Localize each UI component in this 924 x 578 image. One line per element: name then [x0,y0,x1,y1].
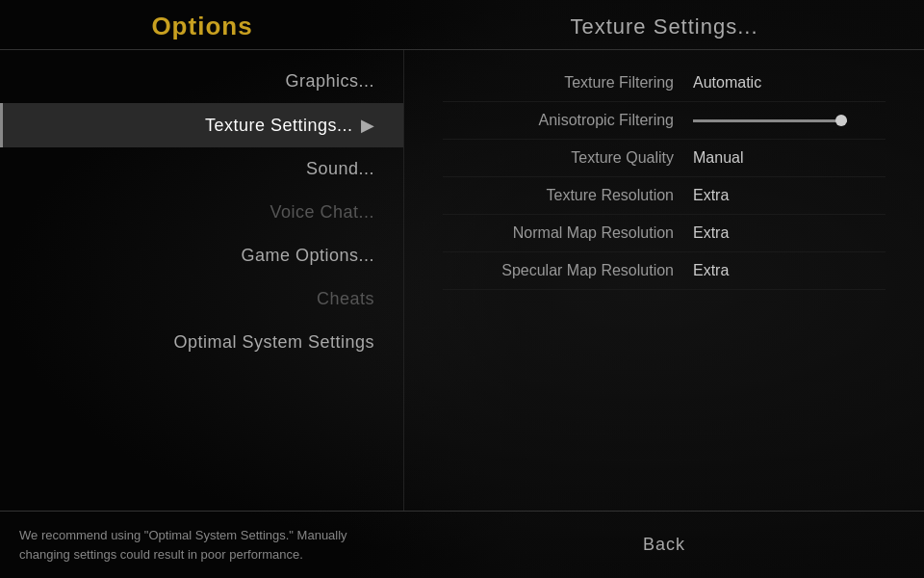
specular-map-resolution-value[interactable]: Extra [693,262,886,279]
texture-resolution-value[interactable]: Extra [693,187,886,204]
normal-map-resolution-label: Normal Map Resolution [443,224,693,242]
settings-table: Texture Filtering Automatic Anisotropic … [443,65,886,290]
texture-filtering-value[interactable]: Automatic [693,74,886,92]
normal-map-resolution-row: Normal Map Resolution Extra [443,215,886,252]
footer: We recommend using "Optimal System Setti… [0,511,924,578]
texture-resolution-label: Texture Resolution [443,187,693,204]
texture-settings-panel-title: Texture Settings... [404,14,924,39]
slider-thumb[interactable] [835,115,847,126]
texture-quality-value[interactable]: Manual [693,149,886,167]
header: Options Texture Settings... [0,0,924,50]
anisotropic-filtering-label: Anisotropic Filtering [443,112,693,129]
sidebar-item-sound[interactable]: Sound... [0,147,403,191]
anisotropic-filtering-slider[interactable] [693,119,886,122]
options-title: Options [0,12,404,41]
back-button[interactable]: Back [614,525,714,565]
sidebar-item-optimal-system-settings[interactable]: Optimal System Settings [0,321,403,364]
texture-resolution-row: Texture Resolution Extra [443,177,886,215]
sidebar: Graphics... Texture Settings...▶ Sound..… [0,50,404,511]
footer-right: Back [404,525,924,565]
slider-fill [693,119,847,122]
active-cursor: ▶ [361,115,375,136]
anisotropic-filtering-row: Anisotropic Filtering [443,102,886,140]
right-panel: Texture Filtering Automatic Anisotropic … [404,50,924,511]
texture-quality-label: Texture Quality [443,149,693,167]
texture-quality-row: Texture Quality Manual [443,140,886,177]
texture-filtering-row: Texture Filtering Automatic [443,65,886,102]
sidebar-item-graphics[interactable]: Graphics... [0,60,403,103]
recommendation-text: We recommend using "Optimal System Setti… [0,512,404,578]
specular-map-resolution-label: Specular Map Resolution [443,262,693,279]
sidebar-item-texture-settings[interactable]: Texture Settings...▶ [0,103,403,147]
main-content: Graphics... Texture Settings...▶ Sound..… [0,50,924,511]
slider-track [693,119,847,122]
texture-filtering-label: Texture Filtering [443,74,693,92]
specular-map-resolution-row: Specular Map Resolution Extra [443,252,886,290]
sidebar-item-cheats: Cheats [0,277,403,321]
sidebar-item-voice-chat: Voice Chat... [0,191,403,234]
normal-map-resolution-value[interactable]: Extra [693,224,886,242]
sidebar-item-game-options[interactable]: Game Options... [0,234,403,277]
